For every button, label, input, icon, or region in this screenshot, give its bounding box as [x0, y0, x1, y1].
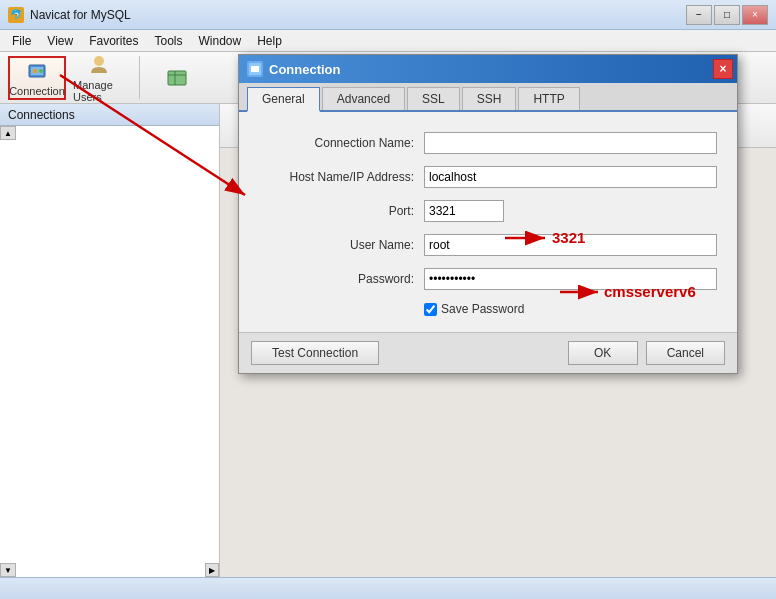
minimize-button[interactable]: − — [686, 5, 712, 25]
dialog-footer: Test Connection OK Cancel — [239, 332, 737, 373]
host-input[interactable] — [424, 166, 717, 188]
test-connection-button[interactable]: Test Connection — [251, 341, 379, 365]
svg-rect-9 — [251, 66, 259, 72]
port-input[interactable] — [424, 200, 504, 222]
menu-favorites[interactable]: Favorites — [81, 32, 146, 50]
dialog-title-bar: Connection × — [239, 55, 737, 83]
sidebar-header: Connections — [0, 104, 219, 126]
table-button[interactable] — [148, 56, 206, 100]
port-label: Port: — [259, 204, 424, 218]
dialog-content: Connection Name: Host Name/IP Address: P… — [239, 112, 737, 332]
connection-name-row: Connection Name: — [259, 132, 717, 154]
host-row: Host Name/IP Address: — [259, 166, 717, 188]
menu-file[interactable]: File — [4, 32, 39, 50]
title-bar-controls: − □ × — [686, 5, 768, 25]
svg-rect-2 — [33, 69, 37, 73]
connection-button[interactable]: Connection — [8, 56, 66, 100]
dialog-icon — [247, 61, 263, 77]
table-icon — [165, 66, 189, 90]
sidebar-scroll-right[interactable]: ▶ — [205, 563, 219, 577]
tab-http[interactable]: HTTP — [518, 87, 579, 110]
menu-bar: File View Favorites Tools Window Help — [0, 30, 776, 52]
sidebar-content[interactable] — [0, 126, 219, 577]
connection-dialog: Connection × General Advanced SSL SSH HT… — [238, 54, 738, 374]
connection-name-input[interactable] — [424, 132, 717, 154]
save-password-checkbox[interactable] — [424, 303, 437, 316]
svg-point-4 — [94, 56, 104, 66]
tab-advanced[interactable]: Advanced — [322, 87, 405, 110]
port-row: Port: — [259, 200, 717, 222]
app-icon: 🐬 — [8, 7, 24, 23]
status-bar — [0, 577, 776, 599]
cancel-button[interactable]: Cancel — [646, 341, 725, 365]
dialog-tabs: General Advanced SSL SSH HTTP — [239, 83, 737, 112]
title-bar-text: Navicat for MySQL — [30, 8, 686, 22]
connection-icon — [25, 59, 49, 83]
connection-name-label: Connection Name: — [259, 136, 424, 150]
menu-tools[interactable]: Tools — [147, 32, 191, 50]
tab-ssl[interactable]: SSL — [407, 87, 460, 110]
svg-rect-5 — [168, 71, 186, 85]
username-row: User Name: — [259, 234, 717, 256]
sidebar-scroll-down[interactable]: ▼ — [0, 563, 16, 577]
manage-users-icon — [87, 53, 111, 77]
manage-users-button[interactable]: Manage Users — [70, 56, 128, 100]
username-input[interactable] — [424, 234, 717, 256]
save-password-label: Save Password — [441, 302, 524, 316]
svg-point-3 — [39, 69, 43, 73]
password-row: Password: — [259, 268, 717, 290]
connection-label: Connection — [9, 85, 65, 97]
dialog-close-button[interactable]: × — [713, 59, 733, 79]
password-label: Password: — [259, 272, 424, 286]
title-bar: 🐬 Navicat for MySQL − □ × — [0, 0, 776, 30]
username-label: User Name: — [259, 238, 424, 252]
maximize-button[interactable]: □ — [714, 5, 740, 25]
menu-window[interactable]: Window — [191, 32, 250, 50]
app-close-button[interactable]: × — [742, 5, 768, 25]
password-input[interactable] — [424, 268, 717, 290]
manage-users-label: Manage Users — [73, 79, 125, 103]
dialog-title: Connection — [269, 62, 341, 77]
menu-help[interactable]: Help — [249, 32, 290, 50]
host-label: Host Name/IP Address: — [259, 170, 424, 184]
sidebar: Connections ▲ ▼ ▶ — [0, 104, 220, 577]
ok-cancel-group: OK Cancel — [568, 341, 725, 365]
tab-general[interactable]: General — [247, 87, 320, 112]
sidebar-scroll-up[interactable]: ▲ — [0, 126, 16, 140]
tab-ssh[interactable]: SSH — [462, 87, 517, 110]
menu-view[interactable]: View — [39, 32, 81, 50]
save-password-row: Save Password — [424, 302, 717, 316]
ok-button[interactable]: OK — [568, 341, 638, 365]
